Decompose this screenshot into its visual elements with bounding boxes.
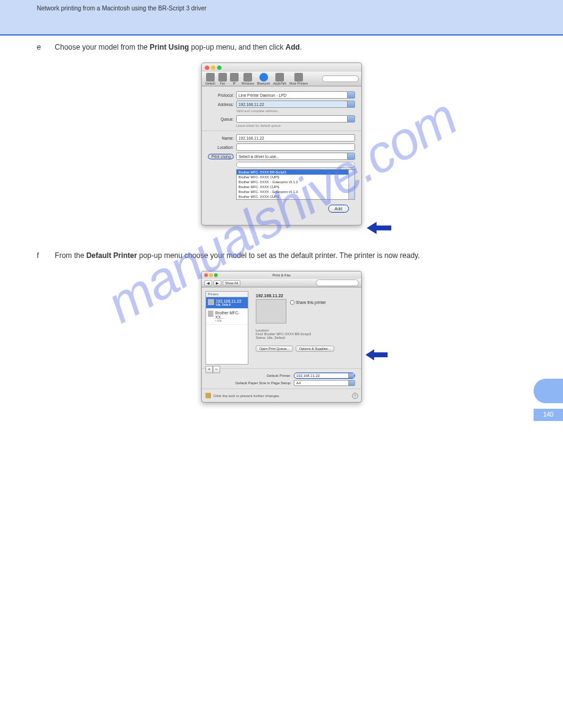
toolbar-more[interactable]: More Printers <box>288 73 309 85</box>
paper-size-select[interactable]: A4 <box>294 380 355 386</box>
open-queue-button[interactable]: Open Print Queue... <box>256 346 293 352</box>
printer-item[interactable]: 192.168.11.22Idle, Default <box>206 297 248 309</box>
chapter-tab <box>534 379 563 403</box>
step-f: f From the Default Printer pop-up menu c… <box>0 244 563 267</box>
default-printer-select[interactable]: 192.168.11.22 <box>294 373 355 379</box>
page-header: Network printing from a Macintosh using … <box>0 0 563 36</box>
svg-marker-0 <box>367 222 391 234</box>
forward-button[interactable]: ▶ <box>213 280 221 286</box>
address-field[interactable]: 192.168.11.22 <box>236 100 355 108</box>
name-field[interactable]: 192.168.11.22 <box>236 134 355 142</box>
printer-list[interactable]: Printers 192.168.11.22Idle, Default Brot… <box>205 291 248 365</box>
list-item[interactable]: Brother MFC- XXXX CUPS <box>237 194 354 199</box>
driver-search-input[interactable] <box>236 162 355 168</box>
screenshot-add-printer: Default Fax IP Windows Bluetooth AppleTa… <box>201 63 362 226</box>
location-field[interactable] <box>236 143 355 151</box>
search-input[interactable] <box>322 75 359 82</box>
toolbar-windows[interactable]: Windows <box>240 73 255 85</box>
printer-info-panel: 192.168.11.22 Share this printer Locatio… <box>252 291 358 365</box>
screenshot-print-fax: Print & Fax ◀ ▶ Show All Printers 192.16… <box>201 271 362 403</box>
page-number: 140 <box>534 409 563 421</box>
help-button[interactable]: ? <box>352 393 358 399</box>
printer-icon <box>208 299 214 305</box>
prefs-toolbar: ◀ ▶ Show All <box>202 279 361 287</box>
toolbar: Default Fax IP Windows Bluetooth AppleTa… <box>202 72 361 86</box>
back-button[interactable]: ◀ <box>204 280 212 286</box>
show-all-button[interactable]: Show All <box>223 280 240 286</box>
toolbar-bluetooth[interactable]: Bluetooth <box>256 73 271 85</box>
window-title: Print & Fax <box>202 271 361 279</box>
step-e: e Choose your model from the Print Using… <box>0 36 563 59</box>
list-item[interactable]: Brother MFC- XXXX - Gutenprint v5.1.3 <box>237 180 354 184</box>
step-number-icon: f <box>37 250 53 261</box>
toolbar-fax[interactable]: Fax <box>217 73 228 85</box>
printer-image <box>256 299 286 324</box>
list-item[interactable]: Brother MFC- XXXX CUPS <box>237 175 354 180</box>
driver-list[interactable]: Brother MFC- XXXX BR-Script3 Brother MFC… <box>236 169 355 200</box>
list-item[interactable]: Brother MFC- XXXX CUPS <box>237 184 354 189</box>
window-traffic-lights <box>202 63 361 72</box>
printer-item[interactable]: Brother MFC- XX...• Idle <box>206 309 248 325</box>
options-supplies-button[interactable]: Options & Supplies... <box>296 346 334 352</box>
share-printer-checkbox[interactable]: Share this printer <box>290 300 326 305</box>
svg-marker-1 <box>366 349 388 360</box>
add-button[interactable]: Add <box>328 205 349 213</box>
search-input[interactable] <box>316 279 359 286</box>
toolbar-ip[interactable]: IP <box>229 73 240 85</box>
step-number-icon: e <box>37 42 53 53</box>
protocol-select[interactable]: Line Printer Daemon - LPD <box>236 91 355 99</box>
print-using-select[interactable]: Select a driver to use... <box>236 153 355 160</box>
toolbar-appletalk[interactable]: AppleTalk <box>272 73 288 85</box>
selected-printer-title: 192.168.11.22 <box>256 294 354 298</box>
list-item[interactable]: Brother MFC- XXXX BR-Script3 <box>237 170 354 175</box>
add-printer-button[interactable]: + <box>205 366 213 373</box>
printer-icon <box>208 311 213 317</box>
lock-icon <box>205 393 211 398</box>
toolbar-default[interactable]: Default <box>204 73 216 85</box>
queue-field[interactable] <box>236 115 355 123</box>
lock-row[interactable]: Click the lock to prevent further change… <box>202 389 361 402</box>
list-item[interactable]: Brother MFC- XXXX - Gutenprint v5.1.3 <box>237 189 354 194</box>
remove-printer-button[interactable]: − <box>213 366 220 373</box>
